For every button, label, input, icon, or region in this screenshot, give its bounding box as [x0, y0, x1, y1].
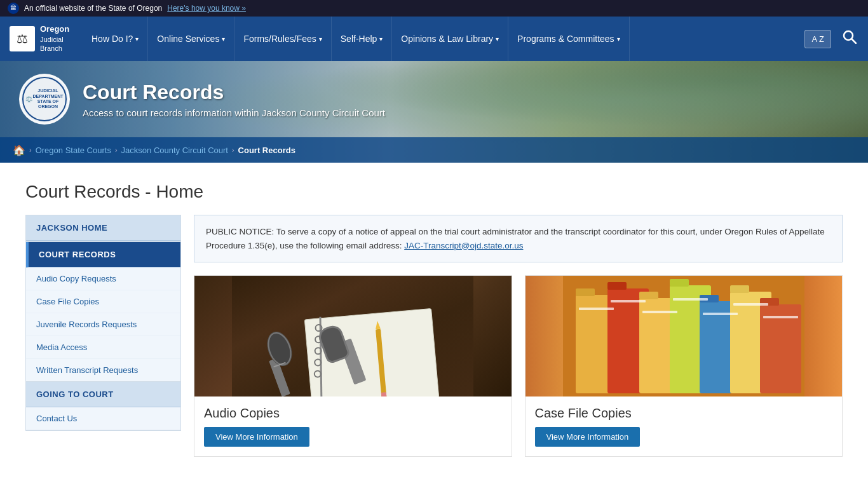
- svg-rect-39: [733, 303, 768, 306]
- translate-button[interactable]: A Z: [804, 30, 831, 48]
- breadcrumb-jackson-county[interactable]: Jackson County Circuit Court: [121, 146, 228, 155]
- case-file-copies-image: [526, 276, 843, 396]
- svg-rect-34: [579, 308, 614, 310]
- sidebar-item-media-access[interactable]: Media Access: [26, 336, 180, 359]
- audio-copies-view-button[interactable]: View More Information: [204, 427, 309, 447]
- breadcrumb-current: Court Records: [238, 146, 295, 155]
- nav-item-programs[interactable]: Programs & Committees ▾: [508, 17, 629, 61]
- sidebar-item-case-file-copies[interactable]: Case File Copies: [26, 290, 180, 313]
- nav-logo[interactable]: ⚖ Oregon Judicial Branch: [0, 24, 83, 53]
- sidebar-item-contact-us[interactable]: Contact Us: [26, 407, 180, 430]
- transcript-email-link[interactable]: JAC-Transcript@ojd.state.or.us: [404, 241, 523, 250]
- breadcrumb-oregon-state-courts[interactable]: Oregon State Courts: [36, 146, 111, 155]
- content-layout: JACKSON HOME COURT RECORDS Audio Copy Re…: [25, 215, 843, 457]
- nav-item-online-services[interactable]: Online Services ▾: [148, 17, 234, 61]
- chevron-down-icon: ▾: [617, 36, 620, 43]
- sidebar-section-going-to-court: GOING TO COURT Contact Us: [25, 382, 181, 431]
- sidebar-going-to-court-header[interactable]: GOING TO COURT: [26, 382, 180, 407]
- nav-right: A Z: [799, 30, 868, 48]
- sidebar-court-records-header[interactable]: COURT RECORDS: [26, 242, 180, 268]
- how-to-know-link[interactable]: Here's how you know »: [167, 4, 246, 13]
- oregon-seal: ⚖️ JUDICIAL DEPARTMENT STATE OF OREGON: [19, 74, 70, 125]
- nav-items: How Do I? ▾ Online Services ▾ Forms/Rule…: [83, 17, 799, 61]
- nav-item-opinions[interactable]: Opinions & Law Library ▾: [392, 17, 508, 61]
- svg-rect-38: [703, 313, 738, 315]
- main-content: Court Records - Home JACKSON HOME COURT …: [0, 163, 868, 476]
- sidebar-section-jackson: JACKSON HOME: [25, 215, 181, 241]
- nav-item-selfhelp[interactable]: Self-Help ▾: [332, 17, 393, 61]
- audio-copies-title: Audio Copies: [204, 406, 502, 421]
- svg-rect-27: [576, 288, 595, 296]
- sidebar-item-audio-copy-requests[interactable]: Audio Copy Requests: [26, 268, 180, 290]
- hero-section: ⚖️ JUDICIAL DEPARTMENT STATE OF OREGON C…: [0, 61, 868, 163]
- audio-copies-image: [194, 276, 512, 396]
- hero-title: Court Records: [83, 81, 385, 104]
- seal-inner: ⚖️ JUDICIAL DEPARTMENT STATE OF OREGON: [22, 77, 67, 121]
- breadcrumb-sep: ›: [232, 146, 234, 154]
- svg-rect-4: [305, 309, 439, 396]
- svg-rect-29: [639, 292, 658, 299]
- chevron-down-icon: ▾: [379, 36, 383, 43]
- chevron-down-icon: ▾: [319, 36, 322, 43]
- audio-copies-content: Audio Copies View More Information: [194, 396, 512, 456]
- breadcrumb-sep: ›: [115, 146, 118, 154]
- main-nav: ⚖ Oregon Judicial Branch How Do I? ▾ Onl…: [0, 17, 868, 61]
- logo-icon: ⚖: [10, 26, 35, 51]
- logo-text: Oregon Judicial Branch: [40, 24, 69, 53]
- nav-item-how-do-i[interactable]: How Do I? ▾: [83, 17, 148, 61]
- svg-line-1: [852, 39, 857, 44]
- hero-content: ⚖️ JUDICIAL DEPARTMENT STATE OF OREGON C…: [0, 61, 868, 137]
- breadcrumb-sep: ›: [29, 146, 32, 154]
- sidebar-jackson-home-header[interactable]: JACKSON HOME: [26, 215, 180, 241]
- svg-rect-28: [607, 282, 627, 290]
- hero-subtitle: Access to court records information with…: [83, 107, 385, 118]
- top-banner: 🏛 An official website of the State of Or…: [0, 0, 868, 17]
- svg-rect-40: [763, 316, 798, 318]
- svg-rect-14: [381, 392, 387, 396]
- svg-rect-36: [642, 311, 677, 313]
- svg-rect-30: [670, 279, 689, 287]
- search-button[interactable]: [836, 30, 863, 48]
- svg-rect-32: [730, 285, 749, 293]
- banner-text: An official website of the State of Oreg…: [24, 4, 162, 13]
- chevron-down-icon: ▾: [135, 36, 139, 43]
- home-icon[interactable]: 🏠: [13, 144, 25, 156]
- audio-copies-card: Audio Copies View More Information: [194, 275, 512, 457]
- chevron-down-icon: ▾: [496, 36, 499, 43]
- case-file-copies-view-button[interactable]: View More Information: [535, 427, 641, 447]
- oregon-flag-icon: 🏛: [8, 3, 19, 14]
- hero-text: Court Records Access to court records in…: [83, 81, 385, 118]
- case-file-copies-title: Case File Copies: [535, 406, 833, 421]
- sidebar-section-court-records: COURT RECORDS Audio Copy Requests Case F…: [25, 241, 181, 382]
- nav-item-forms[interactable]: Forms/Rules/Fees ▾: [234, 17, 331, 61]
- cards-grid: Audio Copies View More Information: [194, 275, 843, 457]
- page-title: Court Records - Home: [25, 182, 843, 202]
- sidebar-item-written-transcript[interactable]: Written Transcript Requests: [26, 359, 180, 381]
- mic-illustration: [232, 276, 473, 396]
- svg-rect-37: [673, 298, 708, 301]
- sidebar: JACKSON HOME COURT RECORDS Audio Copy Re…: [25, 215, 181, 457]
- case-file-copies-card: Case File Copies View More Information: [525, 275, 843, 457]
- main-area: PUBLIC NOTICE: To serve a copy of a noti…: [194, 215, 843, 457]
- breadcrumb: 🏠 › Oregon State Courts › Jackson County…: [0, 137, 868, 163]
- sidebar-item-juvenile-records[interactable]: Juvenile Records Requests: [26, 313, 180, 336]
- chevron-down-icon: ▾: [222, 36, 225, 43]
- search-icon: [843, 30, 857, 44]
- svg-rect-35: [611, 300, 646, 302]
- public-notice-box: PUBLIC NOTICE: To serve a copy of a noti…: [194, 215, 843, 262]
- files-illustration: [563, 276, 804, 396]
- case-file-copies-content: Case File Copies View More Information: [526, 396, 843, 456]
